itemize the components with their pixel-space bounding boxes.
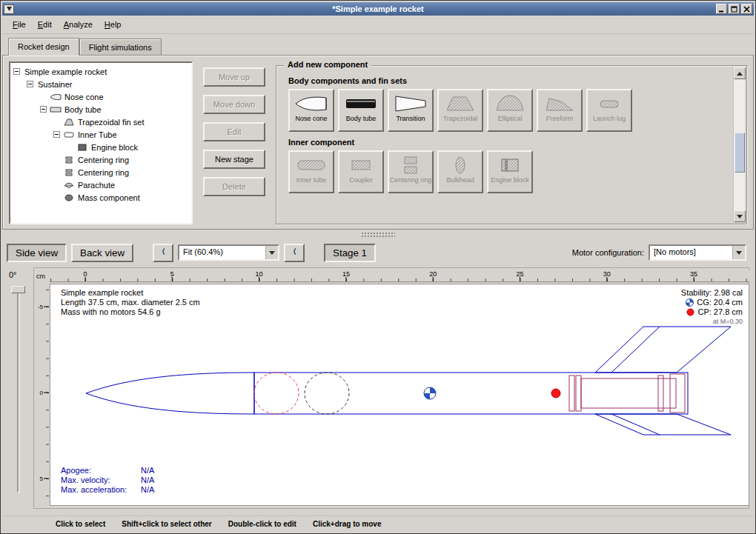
menubar: File Edit Analyze Help xyxy=(2,16,754,34)
engine-block-outline xyxy=(670,374,685,413)
add-component-group: Add new component Body components and fi… xyxy=(276,65,747,224)
statusbar: Click to select Shift+click to select ot… xyxy=(2,515,754,532)
add-transition-button[interactable]: Transition xyxy=(388,89,434,132)
titlebar[interactable]: *Simple example rocket xyxy=(2,2,754,16)
tree-item-parachute[interactable]: Parachute xyxy=(12,178,190,191)
inner-tube-outline xyxy=(581,378,676,408)
mass-component-outline xyxy=(305,373,349,414)
tree-item-fin-set[interactable]: Trapezoidal fin set xyxy=(12,116,190,128)
cg-icon xyxy=(686,298,694,307)
tree-item-sustainer[interactable]: Sustainer xyxy=(12,78,190,90)
transition-icon xyxy=(394,93,427,114)
close-button[interactable] xyxy=(741,4,752,14)
add-freeform-fin-button: Freeform xyxy=(537,89,583,132)
add-centering-ring-button: Centering ring xyxy=(388,150,434,193)
add-launch-lug-button: Launch lug xyxy=(586,89,632,132)
edit-button: Edit xyxy=(203,122,265,141)
tree-item-centering-ring-2[interactable]: Centering ring xyxy=(12,166,190,178)
menu-analyze[interactable]: Analyze xyxy=(58,17,99,32)
motor-configuration-combobox[interactable]: [No motors] xyxy=(649,244,746,261)
component-tree[interactable]: Simple example rocket Sustainer Nose con… xyxy=(9,61,193,224)
centering-ring-outline xyxy=(569,376,574,411)
freeform-fin-icon xyxy=(543,93,576,114)
tab-flight-simulations[interactable]: Flight simulations xyxy=(79,39,162,55)
tree-item-nose-cone[interactable]: Nose cone xyxy=(12,90,190,103)
zoom-in-button[interactable] xyxy=(153,244,173,262)
minimize-button[interactable] xyxy=(716,4,727,14)
max-acceleration-label: Max. acceleration: xyxy=(61,485,141,495)
svg-text:10: 10 xyxy=(256,270,263,278)
new-stage-button[interactable]: New stage xyxy=(203,150,265,169)
add-nose-cone-button[interactable]: Nose cone xyxy=(288,89,334,132)
add-elliptical-fin-button: Elliptical xyxy=(487,89,533,132)
splitter-grip-icon xyxy=(361,232,395,237)
svg-text:0: 0 xyxy=(40,390,44,396)
svg-text:5: 5 xyxy=(170,270,174,278)
delete-button: Delete xyxy=(203,177,265,196)
nose-cone-icon xyxy=(295,93,328,114)
add-inner-tube-button: Inner tube xyxy=(288,150,334,193)
scrollbar-thumb[interactable] xyxy=(735,133,745,173)
add-body-tube-button[interactable]: Body tube xyxy=(338,89,384,132)
dropdown-arrow-icon[interactable] xyxy=(265,246,278,259)
tree-item-rocket[interactable]: Simple example rocket xyxy=(12,65,190,78)
zoom-out-button[interactable] xyxy=(284,244,305,262)
tree-item-mass-component[interactable]: Mass component xyxy=(12,191,190,204)
cg-value: CG: 20.4 cm xyxy=(697,298,743,307)
collapse-icon[interactable] xyxy=(13,68,20,75)
menu-help[interactable]: Help xyxy=(99,17,127,32)
side-view-button[interactable]: Side view xyxy=(7,244,67,262)
collapse-icon[interactable] xyxy=(27,81,33,87)
rocket-name: Simple example rocket xyxy=(61,288,200,298)
zoom-combobox[interactable]: Fit (60.4%) xyxy=(178,244,279,261)
tree-item-engine-block[interactable]: Engine block xyxy=(12,141,190,153)
menu-edit[interactable]: Edit xyxy=(32,17,58,32)
stage1-toggle[interactable]: Stage 1 xyxy=(324,244,376,262)
ruler-unit: cm xyxy=(36,273,45,280)
rocket-mass: Mass with no motors 54.6 g xyxy=(61,307,200,317)
rocket-info: Simple example rocket Length 37.5 cm, ma… xyxy=(61,288,200,317)
scroll-up-icon[interactable] xyxy=(734,67,746,79)
app-icon[interactable] xyxy=(4,4,14,14)
maximize-button[interactable] xyxy=(729,4,740,14)
collapse-icon[interactable] xyxy=(40,106,47,113)
svg-text:20: 20 xyxy=(429,270,437,278)
upper-fin-outline xyxy=(595,327,731,373)
component-scrollbar[interactable] xyxy=(733,67,745,222)
max-velocity-value: N/A xyxy=(141,475,154,485)
tree-item-body-tube[interactable]: Body tube xyxy=(12,103,190,116)
engine-block-icon xyxy=(494,155,526,176)
add-coupler-button: Coupler xyxy=(338,150,384,193)
menu-file[interactable]: File xyxy=(7,17,32,32)
back-view-button[interactable]: Back view xyxy=(71,244,133,262)
vertical-ruler: -5 0 5 xyxy=(36,284,50,506)
apogee-value: N/A xyxy=(141,466,154,475)
rocket-drawing-area[interactable]: Simple example rocket Length 37.5 cm, ma… xyxy=(50,284,749,506)
rocket-view-canvas[interactable]: 0° cm 0 5 10 15 xyxy=(2,266,754,515)
trapezoidal-fin-icon xyxy=(444,93,477,114)
rotation-slider-handle[interactable] xyxy=(11,286,25,293)
app-window: *Simple example rocket File Edit Analyze… xyxy=(0,0,756,534)
centering-ring-outline xyxy=(658,376,663,411)
rocket-dimensions: Length 37.5 cm, max. diameter 2.5 cm xyxy=(61,298,200,307)
tree-item-centering-ring-1[interactable]: Centering ring xyxy=(12,153,190,166)
tree-item-inner-tube[interactable]: Inner Tube xyxy=(12,128,190,141)
scroll-down-icon[interactable] xyxy=(734,210,746,222)
centering-ring-outline xyxy=(576,376,581,411)
horizontal-ruler: 0 5 10 15 20 25 30 35 xyxy=(50,270,749,282)
rotation-slider[interactable] xyxy=(17,290,20,493)
parachute-icon xyxy=(63,181,76,189)
collapse-icon[interactable] xyxy=(53,131,60,138)
body-tube-icon xyxy=(345,93,377,114)
nose-cone-outline xyxy=(86,373,254,414)
tab-rocket-design[interactable]: Rocket design xyxy=(8,38,79,56)
panel-splitter[interactable] xyxy=(2,230,754,239)
max-acceleration-value: N/A xyxy=(141,485,154,495)
svg-text:5: 5 xyxy=(40,475,44,482)
view-toolbar: Side view Back view Fit (60.4%) Stage 1 … xyxy=(2,239,754,266)
svg-text:15: 15 xyxy=(342,270,350,278)
flight-data: Apogee:N/A Max. velocity:N/A Max. accele… xyxy=(61,466,154,495)
svg-text:35: 35 xyxy=(690,270,697,278)
window-title: *Simple example rocket xyxy=(2,4,754,13)
dropdown-arrow-icon[interactable] xyxy=(732,246,745,259)
